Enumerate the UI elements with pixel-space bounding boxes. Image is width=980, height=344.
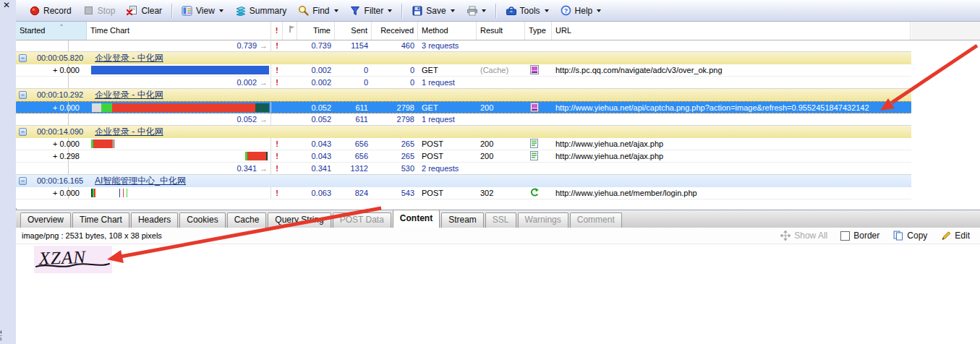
sent-cell: 611 [335, 113, 372, 126]
warning-mark: ! [271, 150, 283, 163]
toolbar-separator [171, 4, 172, 18]
view-button[interactable]: View [176, 3, 229, 18]
group-title[interactable]: 企业登录 - 中化网 [91, 126, 380, 138]
result-cell: (Cache) [477, 64, 525, 77]
summary-row[interactable]: 0.002→!0.002001 request [16, 77, 911, 89]
sent-cell: 1154 [335, 40, 372, 52]
column-header-type[interactable]: Type [525, 22, 552, 40]
find-dropdown-caret-icon[interactable] [334, 9, 338, 12]
column-header-sent[interactable]: Sent [335, 22, 372, 40]
group-row[interactable]: −00:00:14.090企业登录 - 中化网 [16, 126, 911, 138]
edit-button[interactable]: Edit [936, 229, 974, 243]
tab-content[interactable]: Content [393, 210, 440, 228]
expand-arrow-icon: → [260, 78, 268, 87]
content-toolbar: Show AllBorderCopyEdit [775, 229, 974, 243]
filter-dropdown-caret-icon[interactable] [388, 9, 392, 12]
summary-row[interactable]: 0.341→!0.34113125302 requests [16, 163, 911, 175]
received-cell: 2798 [372, 113, 418, 126]
copy-button[interactable]: Copy [888, 229, 932, 243]
tab-stream[interactable]: Stream [441, 212, 484, 228]
request-row[interactable]: + 0.000(Cache)http://s.pc.qq.com/navigat… [16, 64, 911, 77]
border-button[interactable]: Border [836, 229, 884, 242]
save-button[interactable]: Save [406, 3, 460, 18]
tab-time-chart[interactable]: Time Chart [72, 212, 129, 228]
request-row[interactable]: + 0.000200http://www.yiehua.net/api/capt… [16, 101, 911, 113]
help-button[interactable]: ?Help [555, 3, 608, 18]
group-title[interactable]: 企业登录 - 中化网 [91, 89, 380, 101]
summary-row[interactable]: 0.739→!0.73911544603 requests [16, 40, 911, 52]
sent-cell: 656 [335, 138, 372, 150]
tools-button[interactable]: Tools [500, 3, 555, 18]
find-button[interactable]: Find [292, 3, 344, 18]
tools-dropdown-caret-icon[interactable] [545, 9, 549, 12]
start-offset: + 0.000 [16, 138, 83, 150]
close-icon[interactable]: ✕ [3, 0, 10, 10]
column-header-time[interactable]: Time [297, 22, 335, 40]
group-row[interactable]: −00:00:16.165AI智能管理中心_中化网 [16, 175, 911, 187]
time-chart-bar [255, 103, 269, 112]
tab-overview[interactable]: Overview [20, 212, 71, 228]
received-cell: 2798 [372, 102, 418, 114]
sent-cell: 611 [335, 102, 372, 114]
tab-query-string[interactable]: Query String [268, 212, 331, 228]
url-cell[interactable]: http://www.yiehua.net/api/captcha.png.ph… [552, 102, 911, 114]
view-dropdown-caret-icon[interactable] [219, 9, 223, 12]
tab-cookies[interactable]: Cookies [179, 212, 225, 228]
warning-mark: ! [271, 138, 283, 150]
request-row[interactable]: + 0.298200http://www.yiehua.net/ajax.php… [16, 150, 911, 163]
time-chart-cell[interactable] [87, 150, 271, 163]
save-dropdown-caret-icon[interactable] [451, 9, 455, 12]
border-label: Border [853, 231, 879, 241]
time-chart-cell[interactable] [87, 187, 271, 199]
collapse-button[interactable]: − [19, 177, 27, 185]
method-cell: 1 request [418, 77, 477, 89]
collapse-button[interactable]: − [19, 128, 27, 136]
time-cell: 0.043 [297, 150, 335, 163]
url-cell[interactable]: http://www.yiehua.net/ajax.php [552, 138, 911, 150]
clear-button[interactable]: Clear [121, 3, 168, 18]
tab-cache[interactable]: Cache [227, 212, 267, 228]
url-cell[interactable]: http://www.yiehua.net/member/login.php [552, 187, 911, 199]
group-row[interactable]: −00:00:05.820企业登录 - 中化网 [16, 52, 911, 64]
group-row[interactable]: −00:00:10.292企业登录 - 中化网 [16, 89, 911, 101]
request-row[interactable]: + 0.000200http://www.yiehua.net/ajax.php… [16, 138, 911, 150]
time-chart-cell[interactable] [87, 64, 271, 77]
time-chart-cell[interactable] [87, 138, 271, 150]
print-dropdown-caret-icon[interactable] [482, 9, 486, 12]
border-checkbox[interactable] [840, 231, 850, 241]
collapse-button[interactable]: − [19, 54, 27, 62]
svg-text:?: ? [563, 7, 568, 14]
column-header-result[interactable]: Result [477, 22, 525, 40]
column-header-received[interactable]: Received [372, 22, 418, 40]
column-header-url[interactable]: URL [552, 22, 911, 40]
column-header-warn[interactable]: ! [271, 22, 283, 40]
summary-button[interactable]: Summary [229, 3, 292, 18]
column-header-chart[interactable]: Time Chart [87, 22, 271, 40]
help-dropdown-caret-icon[interactable] [597, 9, 601, 12]
filter-button[interactable]: Filter [344, 3, 399, 18]
toolbar: RecordStopClearViewSummaryFindFilterSave… [16, 0, 980, 22]
group-title[interactable]: AI智能管理中心_中化网 [91, 175, 380, 187]
view-label: View [196, 6, 215, 16]
url-cell[interactable]: http://s.pc.qq.com/navigate/adc/v3/over_… [552, 64, 911, 77]
column-header-method[interactable]: Method [418, 22, 477, 40]
tab-headers[interactable]: Headers [131, 212, 178, 228]
summary-row[interactable]: 0.052→0.05261127981 request [16, 113, 911, 126]
time-cell: 0.052 [297, 113, 335, 126]
column-header-flag[interactable] [283, 22, 297, 40]
record-button[interactable]: Record [23, 3, 77, 18]
method-cell: GET [418, 64, 477, 77]
group-title[interactable]: 企业登录 - 中化网 [91, 52, 380, 64]
result-cell: 200 [477, 102, 525, 114]
collapse-button[interactable]: − [19, 91, 27, 99]
time-chart-bar [114, 139, 115, 148]
method-cell: 2 requests [418, 163, 477, 175]
url-cell[interactable]: http://www.yiehua.net/ajax.php [552, 150, 911, 163]
time-chart-cell[interactable] [87, 102, 271, 114]
image-icon [529, 64, 540, 75]
request-row[interactable]: + 0.000302http://www.yiehua.net/member/l… [16, 187, 911, 199]
print-button[interactable] [461, 3, 492, 18]
method-cell: 3 requests [418, 40, 477, 52]
time-chart-bar [93, 139, 113, 148]
column-header-started[interactable]: Started▲ [16, 22, 87, 40]
